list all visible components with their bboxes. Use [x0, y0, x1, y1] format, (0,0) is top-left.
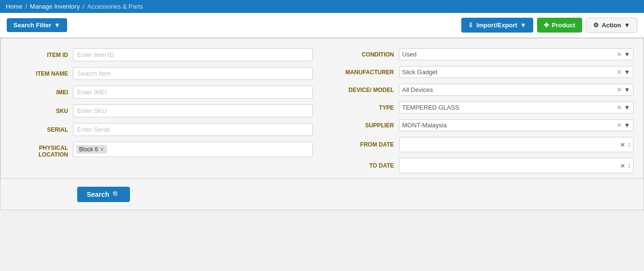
product-label: Product [552, 22, 575, 29]
sku-input[interactable] [73, 104, 313, 117]
condition-clear-icon[interactable]: ✕ [617, 51, 622, 58]
serial-label: SERIAL [11, 126, 68, 133]
from-date-input[interactable]: ✕ ⁝ [399, 137, 634, 152]
from-date-clear-icon[interactable]: ✕ [620, 141, 625, 148]
sku-input-wrap [73, 104, 313, 117]
condition-dropdown-icon[interactable]: ▼ [624, 51, 630, 58]
to-date-wrap: ✕ ⁝ [399, 158, 634, 173]
item-id-input-wrap [73, 48, 313, 61]
import-arrow-icon: ▼ [520, 22, 527, 29]
device-model-value: All Devices [402, 86, 617, 93]
sku-label: SKU [11, 108, 68, 114]
supplier-label: SUPPLIER [332, 122, 394, 129]
product-button[interactable]: ✚ Product [537, 18, 582, 33]
top-bar: Home / Manage Inventory / Accessories & … [0, 0, 644, 13]
sku-row: SKU [11, 104, 313, 117]
type-row: TYPE TEMPERED GLASS ✕ ▼ [332, 102, 634, 113]
filter-grid: ITEM ID ITEM NAME IMEI [11, 48, 633, 173]
filter-footer: Search 🔍 [0, 179, 644, 210]
product-plus-icon: ✚ [544, 22, 549, 29]
device-model-controls: ✕ ▼ [617, 86, 630, 93]
type-value: TEMPERED GLASS [402, 104, 617, 111]
physical-location-label: PHYSICALLOCATION [11, 145, 68, 158]
imei-input[interactable] [73, 86, 313, 99]
condition-value: Used [402, 51, 617, 58]
manufacturer-row: MANUFACTURER Slick Gadget ✕ ▼ [332, 66, 634, 78]
manufacturer-clear-icon[interactable]: ✕ [617, 68, 622, 76]
item-name-input-wrap [73, 67, 313, 80]
import-icon: ⇩ [468, 22, 473, 29]
tag-value: Block 6 [79, 146, 98, 153]
type-dropdown-icon[interactable]: ▼ [624, 104, 630, 111]
toolbar: Search Filter ▼ ⇩ Import/Export ▼ ✚ Prod… [0, 13, 644, 38]
serial-input-wrap [73, 123, 313, 136]
import-export-button[interactable]: ⇩ Import/Export ▼ [461, 18, 533, 33]
supplier-value: MONT-Malaysia [402, 122, 617, 129]
item-id-input[interactable] [73, 48, 313, 61]
to-date-clear-icon[interactable]: ✕ [620, 162, 625, 169]
manufacturer-dropdown-icon[interactable]: ▼ [624, 68, 630, 76]
search-button[interactable]: Search 🔍 [77, 187, 130, 202]
device-model-dropdown-icon[interactable]: ▼ [624, 86, 630, 93]
device-model-select[interactable]: All Devices ✕ ▼ [399, 84, 634, 96]
action-label: Action [602, 22, 621, 29]
supplier-dropdown-icon[interactable]: ▼ [624, 122, 630, 129]
manufacturer-controls: ✕ ▼ [617, 68, 630, 76]
from-date-wrap: ✕ ⁝ [399, 137, 634, 152]
search-button-label: Search [87, 191, 109, 198]
type-controls: ✕ ▼ [617, 104, 630, 111]
condition-controls: ✕ ▼ [617, 51, 630, 58]
tag-remove-icon[interactable]: ✕ [100, 147, 104, 153]
toolbar-right: ⇩ Import/Export ▼ ✚ Product ⚙ Action ▼ [461, 18, 637, 33]
type-clear-icon[interactable]: ✕ [617, 104, 622, 111]
supplier-clear-icon[interactable]: ✕ [617, 122, 622, 129]
physical-location-input-wrap: Block 6 ✕ [73, 142, 313, 157]
device-model-row: DEVICE/ MODEL All Devices ✕ ▼ [332, 84, 634, 96]
from-date-calendar-icon[interactable]: ⁝ [628, 141, 630, 148]
search-filter-label: Search Filter [13, 22, 51, 29]
filter-arrow-icon: ▼ [54, 22, 60, 29]
manufacturer-select[interactable]: Slick Gadget ✕ ▼ [399, 66, 634, 78]
item-name-label: ITEM NAME [11, 70, 68, 77]
import-export-label: Import/Export [476, 22, 517, 29]
type-select[interactable]: TEMPERED GLASS ✕ ▼ [399, 102, 634, 113]
breadcrumb-sep1: / [25, 3, 27, 10]
breadcrumb-manage[interactable]: Manage Inventory [30, 3, 80, 10]
condition-label: CONDITION [332, 51, 394, 58]
manufacturer-value: Slick Gadget [402, 68, 617, 76]
device-model-select-wrap: All Devices ✕ ▼ [399, 84, 634, 96]
filter-fields: ITEM ID ITEM NAME IMEI [0, 38, 644, 179]
filter-panel: ITEM ID ITEM NAME IMEI [0, 38, 644, 210]
type-label: TYPE [332, 104, 394, 111]
serial-row: SERIAL [11, 123, 313, 136]
imei-input-wrap [73, 86, 313, 99]
serial-input[interactable] [73, 123, 313, 136]
item-id-label: ITEM ID [11, 52, 68, 58]
to-date-label: TO DATE [332, 162, 394, 169]
to-date-calendar-icon[interactable]: ⁝ [628, 162, 630, 169]
condition-select[interactable]: Used ✕ ▼ [399, 48, 634, 60]
breadcrumb-current: Accessories & Parts [87, 3, 143, 10]
imei-label: IMEI [11, 89, 68, 96]
supplier-row: SUPPLIER MONT-Malaysia ✕ ▼ [332, 119, 634, 131]
to-date-input[interactable]: ✕ ⁝ [399, 158, 634, 173]
action-gear-icon: ⚙ [593, 22, 599, 29]
supplier-select-wrap: MONT-Malaysia ✕ ▼ [399, 119, 634, 131]
to-date-row: TO DATE ✕ ⁝ [332, 158, 634, 173]
breadcrumb-home[interactable]: Home [6, 3, 23, 10]
imei-row: IMEI [11, 86, 313, 99]
action-button[interactable]: ⚙ Action ▼ [586, 18, 637, 33]
condition-row: CONDITION Used ✕ ▼ [332, 48, 634, 60]
item-name-input[interactable] [73, 67, 313, 80]
device-model-clear-icon[interactable]: ✕ [617, 86, 622, 93]
physical-location-row: PHYSICALLOCATION Block 6 ✕ [11, 142, 313, 158]
supplier-controls: ✕ ▼ [617, 122, 630, 129]
supplier-select[interactable]: MONT-Malaysia ✕ ▼ [399, 119, 634, 131]
breadcrumb-sep2: / [82, 3, 84, 10]
physical-location-tag-wrap[interactable]: Block 6 ✕ [73, 142, 313, 157]
filter-right-col: CONDITION Used ✕ ▼ MANUFACTURER [332, 48, 634, 173]
manufacturer-select-wrap: Slick Gadget ✕ ▼ [399, 66, 634, 78]
from-date-label: FROM DATE [332, 141, 394, 148]
item-name-row: ITEM NAME [11, 67, 313, 80]
search-filter-button[interactable]: Search Filter ▼ [7, 18, 67, 32]
